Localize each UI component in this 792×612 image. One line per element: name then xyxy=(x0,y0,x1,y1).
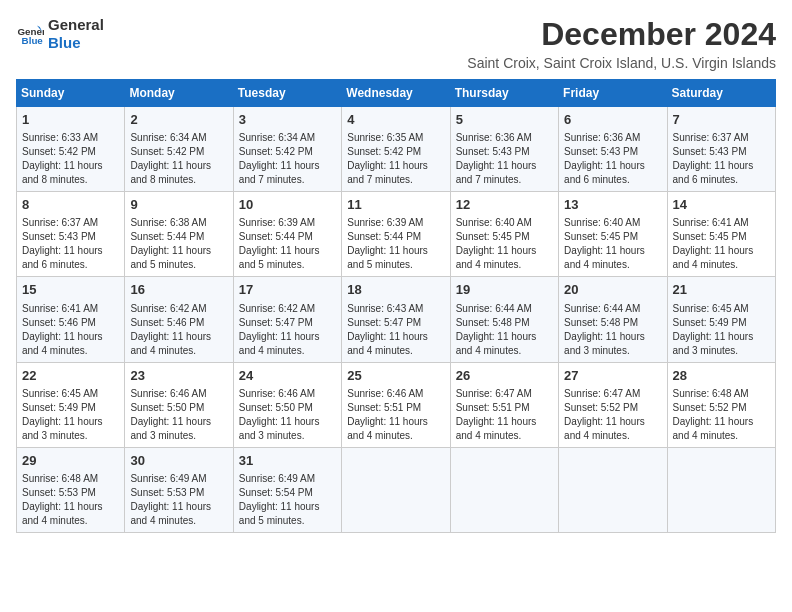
day-number: 1 xyxy=(22,111,119,129)
calendar-week-row: 15Sunrise: 6:41 AM Sunset: 5:46 PM Dayli… xyxy=(17,277,776,362)
day-number: 27 xyxy=(564,367,661,385)
calendar-cell: 14Sunrise: 6:41 AM Sunset: 5:45 PM Dayli… xyxy=(667,192,775,277)
calendar-cell: 18Sunrise: 6:43 AM Sunset: 5:47 PM Dayli… xyxy=(342,277,450,362)
svg-text:Blue: Blue xyxy=(22,35,44,46)
day-number: 14 xyxy=(673,196,770,214)
page-subtitle: Saint Croix, Saint Croix Island, U.S. Vi… xyxy=(467,55,776,71)
day-info: Sunrise: 6:49 AM Sunset: 5:54 PM Dayligh… xyxy=(239,472,336,528)
day-info: Sunrise: 6:40 AM Sunset: 5:45 PM Dayligh… xyxy=(456,216,553,272)
calendar-table: SundayMondayTuesdayWednesdayThursdayFrid… xyxy=(16,79,776,533)
day-info: Sunrise: 6:44 AM Sunset: 5:48 PM Dayligh… xyxy=(456,302,553,358)
day-number: 11 xyxy=(347,196,444,214)
day-number: 25 xyxy=(347,367,444,385)
day-info: Sunrise: 6:34 AM Sunset: 5:42 PM Dayligh… xyxy=(130,131,227,187)
day-number: 7 xyxy=(673,111,770,129)
day-info: Sunrise: 6:36 AM Sunset: 5:43 PM Dayligh… xyxy=(456,131,553,187)
calendar-cell: 13Sunrise: 6:40 AM Sunset: 5:45 PM Dayli… xyxy=(559,192,667,277)
day-number: 18 xyxy=(347,281,444,299)
weekday-header-wednesday: Wednesday xyxy=(342,80,450,107)
day-number: 10 xyxy=(239,196,336,214)
calendar-week-row: 8Sunrise: 6:37 AM Sunset: 5:43 PM Daylig… xyxy=(17,192,776,277)
day-number: 21 xyxy=(673,281,770,299)
day-info: Sunrise: 6:33 AM Sunset: 5:42 PM Dayligh… xyxy=(22,131,119,187)
day-info: Sunrise: 6:41 AM Sunset: 5:45 PM Dayligh… xyxy=(673,216,770,272)
day-number: 3 xyxy=(239,111,336,129)
day-info: Sunrise: 6:44 AM Sunset: 5:48 PM Dayligh… xyxy=(564,302,661,358)
calendar-cell: 10Sunrise: 6:39 AM Sunset: 5:44 PM Dayli… xyxy=(233,192,341,277)
calendar-cell xyxy=(450,447,558,532)
calendar-cell: 5Sunrise: 6:36 AM Sunset: 5:43 PM Daylig… xyxy=(450,107,558,192)
day-number: 19 xyxy=(456,281,553,299)
day-info: Sunrise: 6:34 AM Sunset: 5:42 PM Dayligh… xyxy=(239,131,336,187)
logo-blue: Blue xyxy=(48,34,104,52)
calendar-cell: 8Sunrise: 6:37 AM Sunset: 5:43 PM Daylig… xyxy=(17,192,125,277)
calendar-cell xyxy=(667,447,775,532)
calendar-cell: 19Sunrise: 6:44 AM Sunset: 5:48 PM Dayli… xyxy=(450,277,558,362)
day-info: Sunrise: 6:46 AM Sunset: 5:50 PM Dayligh… xyxy=(239,387,336,443)
calendar-cell: 17Sunrise: 6:42 AM Sunset: 5:47 PM Dayli… xyxy=(233,277,341,362)
day-number: 13 xyxy=(564,196,661,214)
day-number: 31 xyxy=(239,452,336,470)
day-number: 24 xyxy=(239,367,336,385)
weekday-header-sunday: Sunday xyxy=(17,80,125,107)
day-number: 15 xyxy=(22,281,119,299)
day-number: 26 xyxy=(456,367,553,385)
day-info: Sunrise: 6:42 AM Sunset: 5:46 PM Dayligh… xyxy=(130,302,227,358)
day-info: Sunrise: 6:37 AM Sunset: 5:43 PM Dayligh… xyxy=(22,216,119,272)
calendar-cell: 3Sunrise: 6:34 AM Sunset: 5:42 PM Daylig… xyxy=(233,107,341,192)
day-info: Sunrise: 6:40 AM Sunset: 5:45 PM Dayligh… xyxy=(564,216,661,272)
calendar-cell: 22Sunrise: 6:45 AM Sunset: 5:49 PM Dayli… xyxy=(17,362,125,447)
day-number: 30 xyxy=(130,452,227,470)
day-number: 17 xyxy=(239,281,336,299)
calendar-cell: 25Sunrise: 6:46 AM Sunset: 5:51 PM Dayli… xyxy=(342,362,450,447)
weekday-header-monday: Monday xyxy=(125,80,233,107)
day-number: 28 xyxy=(673,367,770,385)
day-number: 16 xyxy=(130,281,227,299)
day-info: Sunrise: 6:39 AM Sunset: 5:44 PM Dayligh… xyxy=(239,216,336,272)
title-block: December 2024 Saint Croix, Saint Croix I… xyxy=(467,16,776,71)
day-number: 4 xyxy=(347,111,444,129)
calendar-cell: 6Sunrise: 6:36 AM Sunset: 5:43 PM Daylig… xyxy=(559,107,667,192)
day-info: Sunrise: 6:39 AM Sunset: 5:44 PM Dayligh… xyxy=(347,216,444,272)
day-info: Sunrise: 6:43 AM Sunset: 5:47 PM Dayligh… xyxy=(347,302,444,358)
logo-icon: General Blue xyxy=(16,20,44,48)
day-info: Sunrise: 6:38 AM Sunset: 5:44 PM Dayligh… xyxy=(130,216,227,272)
calendar-cell: 16Sunrise: 6:42 AM Sunset: 5:46 PM Dayli… xyxy=(125,277,233,362)
logo: General Blue General Blue xyxy=(16,16,104,52)
calendar-cell: 11Sunrise: 6:39 AM Sunset: 5:44 PM Dayli… xyxy=(342,192,450,277)
day-info: Sunrise: 6:45 AM Sunset: 5:49 PM Dayligh… xyxy=(673,302,770,358)
calendar-cell: 28Sunrise: 6:48 AM Sunset: 5:52 PM Dayli… xyxy=(667,362,775,447)
day-number: 9 xyxy=(130,196,227,214)
calendar-cell: 12Sunrise: 6:40 AM Sunset: 5:45 PM Dayli… xyxy=(450,192,558,277)
calendar-cell xyxy=(342,447,450,532)
calendar-cell: 7Sunrise: 6:37 AM Sunset: 5:43 PM Daylig… xyxy=(667,107,775,192)
day-info: Sunrise: 6:47 AM Sunset: 5:51 PM Dayligh… xyxy=(456,387,553,443)
day-number: 29 xyxy=(22,452,119,470)
day-number: 2 xyxy=(130,111,227,129)
day-info: Sunrise: 6:45 AM Sunset: 5:49 PM Dayligh… xyxy=(22,387,119,443)
calendar-cell: 2Sunrise: 6:34 AM Sunset: 5:42 PM Daylig… xyxy=(125,107,233,192)
day-info: Sunrise: 6:36 AM Sunset: 5:43 PM Dayligh… xyxy=(564,131,661,187)
calendar-week-row: 22Sunrise: 6:45 AM Sunset: 5:49 PM Dayli… xyxy=(17,362,776,447)
day-info: Sunrise: 6:42 AM Sunset: 5:47 PM Dayligh… xyxy=(239,302,336,358)
weekday-header-thursday: Thursday xyxy=(450,80,558,107)
day-number: 6 xyxy=(564,111,661,129)
calendar-cell: 26Sunrise: 6:47 AM Sunset: 5:51 PM Dayli… xyxy=(450,362,558,447)
weekday-header-tuesday: Tuesday xyxy=(233,80,341,107)
day-info: Sunrise: 6:35 AM Sunset: 5:42 PM Dayligh… xyxy=(347,131,444,187)
day-info: Sunrise: 6:47 AM Sunset: 5:52 PM Dayligh… xyxy=(564,387,661,443)
day-info: Sunrise: 6:37 AM Sunset: 5:43 PM Dayligh… xyxy=(673,131,770,187)
calendar-cell: 30Sunrise: 6:49 AM Sunset: 5:53 PM Dayli… xyxy=(125,447,233,532)
weekday-header-friday: Friday xyxy=(559,80,667,107)
calendar-cell xyxy=(559,447,667,532)
day-info: Sunrise: 6:46 AM Sunset: 5:51 PM Dayligh… xyxy=(347,387,444,443)
calendar-week-row: 1Sunrise: 6:33 AM Sunset: 5:42 PM Daylig… xyxy=(17,107,776,192)
day-number: 5 xyxy=(456,111,553,129)
day-info: Sunrise: 6:48 AM Sunset: 5:52 PM Dayligh… xyxy=(673,387,770,443)
header: General Blue General Blue December 2024 … xyxy=(16,16,776,71)
day-number: 20 xyxy=(564,281,661,299)
calendar-cell: 29Sunrise: 6:48 AM Sunset: 5:53 PM Dayli… xyxy=(17,447,125,532)
day-info: Sunrise: 6:46 AM Sunset: 5:50 PM Dayligh… xyxy=(130,387,227,443)
calendar-cell: 24Sunrise: 6:46 AM Sunset: 5:50 PM Dayli… xyxy=(233,362,341,447)
calendar-cell: 15Sunrise: 6:41 AM Sunset: 5:46 PM Dayli… xyxy=(17,277,125,362)
